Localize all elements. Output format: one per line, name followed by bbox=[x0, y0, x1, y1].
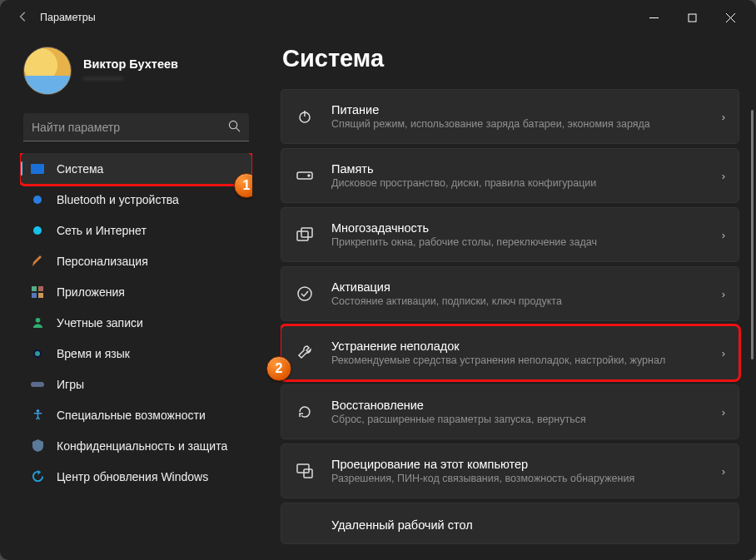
svg-rect-1 bbox=[689, 14, 696, 22]
card-activation[interactable]: АктивацияСостояние активации, подписки, … bbox=[281, 266, 739, 321]
svg-rect-6 bbox=[32, 286, 37, 291]
sidebar-item-accessibility[interactable]: Специальные возможности bbox=[20, 399, 252, 430]
sidebar-item-label: Персонализация bbox=[57, 255, 148, 268]
svg-point-10 bbox=[35, 318, 40, 323]
svg-line-5 bbox=[236, 127, 240, 131]
card-title: Удаленный рабочий стол bbox=[331, 518, 722, 532]
sidebar-item-system[interactable]: Система bbox=[20, 153, 252, 184]
card-title: Проецирование на этот компьютер bbox=[331, 458, 722, 471]
svg-point-12 bbox=[36, 409, 39, 413]
cards-list: ПитаниеСпящий режим, использование заряд… bbox=[281, 89, 741, 560]
chevron-right-icon: › bbox=[722, 347, 725, 359]
sidebar-item-windows-update[interactable]: Центр обновления Windows bbox=[20, 461, 252, 492]
sidebar-item-label: Специальные возможности bbox=[57, 409, 206, 422]
brush-icon bbox=[30, 254, 45, 269]
sidebar-item-accounts[interactable]: Учетные записи bbox=[20, 307, 252, 338]
main-panel: Система ПитаниеСпящий режим, использован… bbox=[262, 35, 756, 560]
sidebar-item-label: Bluetooth и устройства bbox=[57, 193, 179, 206]
card-title: Память bbox=[331, 162, 722, 176]
chevron-right-icon: › bbox=[722, 170, 725, 182]
apps-icon bbox=[30, 285, 45, 300]
recovery-icon bbox=[295, 404, 315, 420]
person-icon bbox=[30, 315, 45, 330]
chevron-right-icon: › bbox=[722, 111, 725, 123]
check-circle-icon bbox=[295, 285, 315, 302]
card-sub: Дисковое пространство, диски, правила ко… bbox=[331, 177, 722, 189]
card-sub: Рекомендуемые средства устранения непола… bbox=[331, 354, 722, 366]
svg-point-16 bbox=[308, 175, 310, 176]
card-recovery[interactable]: ВосстановлениеСброс, расширенные парамет… bbox=[281, 384, 739, 439]
sidebar-item-gaming[interactable]: Игры bbox=[20, 369, 252, 399]
svg-rect-7 bbox=[38, 286, 43, 291]
titlebar: Параметры bbox=[0, 0, 756, 35]
card-multitasking[interactable]: МногозадачностьПрикрепить окна, рабочие … bbox=[281, 207, 739, 262]
scrollbar[interactable] bbox=[751, 95, 754, 552]
update-icon bbox=[30, 469, 45, 484]
search-icon bbox=[228, 120, 241, 135]
chevron-right-icon: › bbox=[722, 406, 725, 419]
chevron-right-icon: › bbox=[722, 229, 725, 241]
card-sub: Разрешения, ПИН-код связывания, возможно… bbox=[331, 473, 722, 484]
svg-rect-21 bbox=[304, 469, 312, 478]
card-sub: Спящий режим, использование заряда батар… bbox=[331, 118, 722, 130]
sidebar-item-bluetooth[interactable]: Bluetooth и устройства bbox=[20, 184, 252, 215]
search-input[interactable] bbox=[32, 121, 228, 134]
profile-email: ———— bbox=[83, 72, 178, 84]
card-sub: Сброс, расширенные параметры запуска, ве… bbox=[331, 414, 722, 425]
minimize-button[interactable] bbox=[634, 4, 673, 31]
sidebar-item-privacy[interactable]: Конфиденциальность и защита bbox=[20, 430, 252, 461]
annotation-badge-2: 2 bbox=[266, 356, 291, 381]
maximize-button[interactable] bbox=[673, 4, 711, 31]
card-troubleshoot[interactable]: Устранение неполадокРекомендуемые средст… bbox=[281, 325, 739, 380]
sidebar-item-personalization[interactable]: Персонализация bbox=[20, 245, 252, 276]
window-title: Параметры bbox=[40, 12, 634, 23]
scrollbar-thumb[interactable] bbox=[751, 110, 754, 359]
storage-icon bbox=[295, 170, 315, 181]
svg-rect-20 bbox=[297, 464, 309, 473]
sidebar-item-apps[interactable]: Приложения bbox=[20, 276, 252, 307]
card-project[interactable]: Проецирование на этот компьютерРазрешени… bbox=[281, 444, 739, 498]
nav-list: Система 1 Bluetooth и устройства Сеть и … bbox=[20, 153, 252, 560]
profile-block[interactable]: Виктор Бухтеев ———— bbox=[20, 38, 252, 110]
sidebar-item-network[interactable]: Сеть и Интернет bbox=[20, 215, 252, 245]
globe-clock-icon bbox=[30, 346, 45, 361]
chevron-right-icon: › bbox=[722, 288, 725, 300]
multitask-icon bbox=[295, 227, 315, 242]
card-title: Устранение неполадок bbox=[331, 339, 722, 353]
svg-rect-9 bbox=[38, 293, 43, 298]
sidebar-item-label: Центр обновления Windows bbox=[57, 470, 208, 483]
chevron-right-icon: › bbox=[722, 465, 725, 478]
page-title: Система bbox=[282, 45, 741, 72]
svg-rect-11 bbox=[31, 382, 44, 387]
system-icon bbox=[30, 161, 45, 176]
back-button[interactable] bbox=[12, 11, 35, 25]
svg-rect-8 bbox=[32, 293, 37, 298]
card-title: Питание bbox=[331, 103, 722, 116]
project-icon bbox=[295, 463, 315, 478]
card-remote-desktop[interactable]: Удаленный рабочий стол › bbox=[281, 503, 739, 544]
card-title: Активация bbox=[331, 280, 722, 294]
svg-rect-17 bbox=[297, 231, 308, 240]
card-sub: Прикрепить окна, рабочие столы, переключ… bbox=[331, 236, 722, 248]
sidebar-item-time-language[interactable]: Время и язык bbox=[20, 338, 252, 369]
card-title: Многозадачность bbox=[331, 221, 722, 235]
close-button[interactable] bbox=[711, 4, 749, 31]
svg-rect-18 bbox=[301, 228, 312, 237]
sidebar: Виктор Бухтеев ———— Система 1 bbox=[0, 35, 262, 560]
shield-icon bbox=[30, 439, 45, 453]
svg-point-4 bbox=[229, 121, 236, 128]
sidebar-item-label: Приложения bbox=[57, 285, 125, 299]
sidebar-item-label: Игры bbox=[57, 378, 84, 391]
gamepad-icon bbox=[30, 377, 45, 392]
svg-point-19 bbox=[298, 287, 311, 300]
sidebar-item-label: Учетные записи bbox=[57, 316, 143, 330]
sidebar-item-label: Время и язык bbox=[57, 347, 130, 360]
sidebar-item-label: Сеть и Интернет bbox=[57, 224, 147, 237]
profile-name: Виктор Бухтеев bbox=[83, 57, 178, 71]
card-power[interactable]: ПитаниеСпящий режим, использование заряд… bbox=[281, 89, 739, 144]
card-sub: Состояние активации, подписки, ключ прод… bbox=[331, 295, 722, 307]
avatar bbox=[23, 47, 72, 95]
card-title: Восстановление bbox=[331, 399, 722, 412]
search-box[interactable] bbox=[23, 113, 249, 141]
card-storage[interactable]: ПамятьДисковое пространство, диски, прав… bbox=[281, 148, 739, 203]
